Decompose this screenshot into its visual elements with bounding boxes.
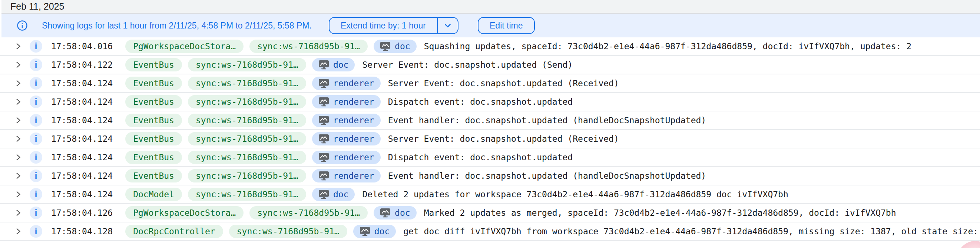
monitor-icon: [318, 171, 329, 181]
expand-chevron-icon[interactable]: [14, 42, 22, 51]
scope-badge[interactable]: sync:ws-7168d95b-91…: [188, 77, 306, 90]
log-timestamp: 17:58:04.124: [51, 115, 113, 125]
log-timestamp: 17:58:04.016: [51, 41, 113, 51]
info-level-icon: i: [30, 77, 42, 90]
process-badge[interactable]: renderer: [312, 114, 381, 127]
monitor-icon: [318, 153, 329, 162]
source-badge[interactable]: PgWorkspaceDocStora…: [125, 39, 243, 53]
log-timestamp: 17:58:04.124: [51, 134, 113, 144]
log-row[interactable]: i 17:58:04.124 EventBus sync:ws-7168d95b…: [0, 111, 980, 130]
expand-chevron-icon[interactable]: [14, 190, 22, 198]
scope-badge[interactable]: sync:ws-7168d95b-91…: [229, 225, 347, 238]
source-badge[interactable]: EventBus: [125, 114, 182, 127]
log-message: Server Event: doc.snapshot.updated (Rece…: [388, 79, 619, 88]
process-badge[interactable]: renderer: [312, 132, 381, 145]
log-row[interactable]: i 17:58:04.124 EventBus sync:ws-7168d95b…: [0, 130, 980, 148]
log-message: Dispatch event: doc.snapshot.updated: [388, 97, 573, 107]
monitor-icon: [318, 60, 329, 70]
scope-badge[interactable]: sync:ws-7168d95b-91…: [250, 206, 368, 220]
process-badge[interactable]: doc: [312, 58, 355, 71]
extend-time-button[interactable]: Extend time by: 1 hour: [329, 18, 437, 33]
info-level-icon: i: [30, 133, 42, 145]
expand-chevron-icon[interactable]: [14, 227, 22, 235]
log-message: Event handler: doc.snapshot.updated (han…: [388, 171, 706, 181]
log-timestamp: 17:58:04.126: [51, 208, 113, 218]
info-level-icon: i: [30, 95, 42, 108]
process-name: doc: [333, 190, 349, 199]
process-badge[interactable]: renderer: [312, 169, 381, 182]
log-timestamp: 17:58:04.124: [51, 97, 113, 107]
source-badge[interactable]: DocRpcController: [125, 225, 223, 238]
log-message: Event handler: doc.snapshot.updated (han…: [388, 115, 706, 125]
source-badge[interactable]: EventBus: [125, 95, 182, 109]
process-badge[interactable]: doc: [374, 39, 417, 53]
info-level-icon: i: [30, 114, 42, 126]
process-name: renderer: [333, 116, 374, 125]
process-badge[interactable]: doc: [374, 206, 417, 220]
expand-chevron-icon[interactable]: [14, 153, 22, 161]
log-row[interactable]: i 17:58:04.016 PgWorkspaceDocStora… sync…: [0, 37, 980, 56]
monitor-icon: [318, 134, 329, 144]
scope-badge[interactable]: sync:ws-7168d95b-91…: [188, 132, 306, 145]
touch-indicator: [958, 241, 980, 248]
edit-time-button[interactable]: Edit time: [478, 17, 535, 34]
log-list: i 17:58:04.016 PgWorkspaceDocStora… sync…: [0, 37, 980, 241]
date-header-bar: Feb 11, 2025: [2, 0, 980, 14]
expand-chevron-icon[interactable]: [14, 98, 22, 106]
log-row[interactable]: i 17:58:04.124 EventBus sync:ws-7168d95b…: [0, 148, 980, 167]
chevron-down-icon: [442, 21, 453, 31]
source-badge[interactable]: EventBus: [125, 132, 182, 145]
monitor-icon: [360, 226, 370, 236]
log-timestamp: 17:58:04.122: [51, 60, 113, 70]
info-level-icon: i: [30, 40, 42, 52]
process-name: doc: [395, 42, 410, 51]
scope-badge[interactable]: sync:ws-7168d95b-91…: [188, 169, 306, 182]
log-row[interactable]: i 17:58:04.124 EventBus sync:ws-7168d95b…: [0, 93, 980, 111]
source-badge[interactable]: EventBus: [125, 58, 182, 71]
source-badge[interactable]: PgWorkspaceDocStora…: [125, 206, 243, 220]
log-row[interactable]: i 17:58:04.126 PgWorkspaceDocStora… sync…: [0, 204, 980, 223]
scope-badge[interactable]: sync:ws-7168d95b-91…: [188, 188, 306, 201]
process-badge[interactable]: renderer: [312, 77, 381, 90]
info-icon: [17, 20, 28, 31]
process-badge[interactable]: renderer: [312, 95, 381, 109]
expand-chevron-icon[interactable]: [14, 61, 22, 69]
log-row[interactable]: i 17:58:04.124 EventBus sync:ws-7168d95b…: [0, 167, 980, 185]
process-badge[interactable]: renderer: [312, 151, 381, 164]
source-badge[interactable]: EventBus: [125, 151, 182, 164]
monitor-icon: [380, 41, 391, 51]
log-message: Server Event: doc.snapshot.updated (Send…: [362, 60, 573, 70]
process-name: renderer: [333, 153, 374, 162]
scope-badge[interactable]: sync:ws-7168d95b-91…: [188, 114, 306, 127]
log-timestamp: 17:58:04.124: [51, 171, 113, 181]
scope-badge[interactable]: sync:ws-7168d95b-91…: [188, 151, 306, 164]
expand-chevron-icon[interactable]: [14, 172, 22, 180]
source-badge[interactable]: DocModel: [125, 188, 182, 201]
process-badge[interactable]: doc: [353, 225, 396, 238]
process-name: renderer: [333, 172, 374, 180]
log-row[interactable]: i 17:58:04.122 EventBus sync:ws-7168d95b…: [0, 56, 980, 74]
extend-time-dropdown-button[interactable]: [437, 18, 458, 33]
process-name: renderer: [333, 98, 374, 106]
log-row[interactable]: i 17:58:04.128 DocRpcController sync:ws-…: [0, 223, 980, 241]
source-badge[interactable]: EventBus: [125, 77, 182, 90]
log-row[interactable]: i 17:58:04.124 EventBus sync:ws-7168d95b…: [0, 74, 980, 93]
scope-badge[interactable]: sync:ws-7168d95b-91…: [188, 58, 306, 71]
scope-badge[interactable]: sync:ws-7168d95b-91…: [188, 95, 306, 109]
info-level-icon: i: [30, 225, 42, 238]
monitor-icon: [318, 97, 329, 107]
expand-chevron-icon[interactable]: [14, 116, 22, 124]
expand-chevron-icon[interactable]: [14, 79, 22, 87]
log-message: get doc diff ivIfVXQ7bh from workspace 7…: [403, 226, 980, 236]
source-badge[interactable]: EventBus: [125, 169, 182, 182]
log-message: Dispatch event: doc.snapshot.updated: [388, 153, 573, 162]
time-range-banner: Showing logs for last 1 hour from 2/11/2…: [2, 14, 980, 37]
scope-badge[interactable]: sync:ws-7168d95b-91…: [250, 39, 368, 53]
log-row[interactable]: i 17:58:04.124 DocModel sync:ws-7168d95b…: [0, 185, 980, 204]
expand-chevron-icon[interactable]: [14, 135, 22, 143]
process-badge[interactable]: doc: [312, 188, 355, 201]
log-message: Squashing updates, spaceId: 73c0d4b2-e1e…: [424, 41, 912, 51]
expand-chevron-icon[interactable]: [14, 209, 22, 217]
extend-time-button-group: Extend time by: 1 hour: [329, 17, 458, 34]
log-timestamp: 17:58:04.128: [51, 226, 113, 236]
